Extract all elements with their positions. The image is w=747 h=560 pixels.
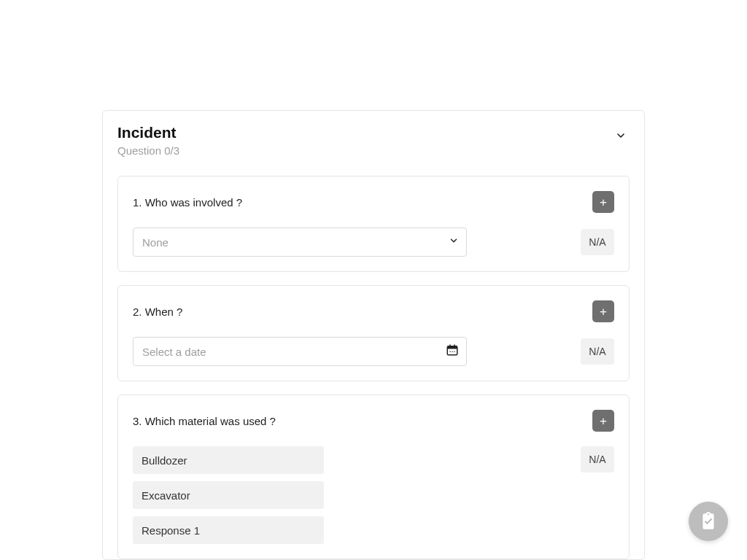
question-card-1: 1. Who was involved ? + None N/A	[117, 176, 630, 272]
svg-rect-1	[447, 346, 457, 349]
na-button[interactable]: N/A	[581, 338, 614, 365]
material-option[interactable]: Excavator	[133, 481, 324, 509]
option-label: Excavator	[142, 489, 190, 502]
plus-icon: +	[600, 415, 607, 427]
svg-rect-2	[449, 345, 451, 347]
svg-point-6	[454, 351, 455, 353]
input-row: None N/A	[133, 228, 614, 257]
panel-title: Incident	[117, 124, 179, 141]
na-label: N/A	[589, 236, 605, 248]
question-card-3: 3. Which material was used ? + Bulldozer…	[117, 394, 630, 559]
question-row: 1. Who was involved ? +	[133, 191, 614, 213]
svg-point-5	[452, 351, 453, 353]
question-label: 2. When ?	[133, 306, 182, 318]
svg-rect-3	[454, 345, 455, 347]
date-placeholder: Select a date	[142, 346, 206, 358]
svg-point-4	[449, 351, 451, 353]
question-card-2: 2. When ? + Select a date	[117, 285, 630, 381]
panel-title-block: Incident Question 0/3	[117, 124, 179, 157]
collapse-toggle[interactable]	[612, 127, 630, 144]
date-input[interactable]: Select a date	[133, 337, 467, 366]
clipboard-check-icon	[699, 512, 718, 531]
add-button[interactable]: +	[592, 300, 614, 322]
chevron-down-icon	[615, 130, 627, 141]
input-row: Select a date N/A	[133, 337, 614, 366]
add-button[interactable]: +	[592, 410, 614, 432]
calendar-icon	[446, 343, 459, 359]
material-option[interactable]: Bulldozer	[133, 446, 324, 474]
panel-header: Incident Question 0/3	[117, 124, 630, 157]
question-label: 1. Who was involved ?	[133, 196, 242, 209]
chevron-down-icon	[449, 236, 459, 249]
plus-icon: +	[600, 306, 607, 318]
clipboard-fab[interactable]	[689, 502, 728, 541]
question-row: 3. Which material was used ? +	[133, 410, 614, 432]
plus-icon: +	[600, 196, 607, 209]
option-label: Bulldozer	[142, 454, 187, 467]
options-column: Bulldozer Excavator Response 1	[133, 446, 324, 544]
na-button[interactable]: N/A	[581, 446, 614, 472]
na-label: N/A	[589, 346, 605, 357]
material-option[interactable]: Response 1	[133, 516, 324, 544]
question-row: 2. When ? +	[133, 300, 614, 322]
involved-select[interactable]: None	[133, 228, 467, 257]
question-label: 3. Which material was used ?	[133, 415, 276, 427]
select-value: None	[142, 236, 169, 249]
add-button[interactable]: +	[592, 191, 614, 213]
na-button[interactable]: N/A	[581, 229, 614, 255]
options-row: Bulldozer Excavator Response 1 N/A	[133, 446, 614, 544]
option-label: Response 1	[142, 524, 200, 537]
na-label: N/A	[589, 454, 605, 465]
panel-subtitle: Question 0/3	[117, 144, 179, 157]
incident-panel: Incident Question 0/3 1. Who was involve…	[102, 110, 645, 560]
